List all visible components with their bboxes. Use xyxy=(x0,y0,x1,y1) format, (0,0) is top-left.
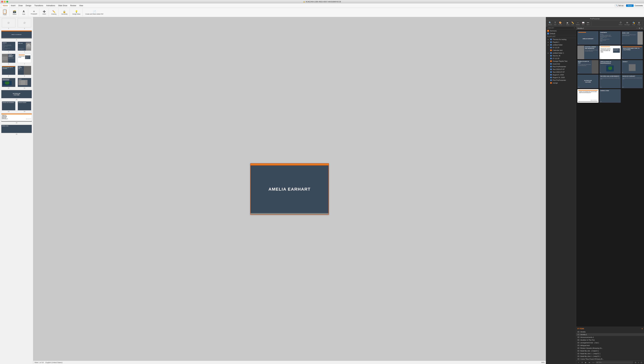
slide-item-8[interactable]: MOVE FROM NEW YORK TO CALIFORNIA 8 xyxy=(1,66,16,77)
slide-thumb-6[interactable]: AVIATION CAREER AND MARRIAGE Look in the… xyxy=(2,54,16,63)
paragraph-button[interactable]: ≡ Paragraph xyxy=(30,10,38,15)
maximize-button[interactable] xyxy=(6,1,8,2)
playlist-aug9[interactable]: August 9, 2020 xyxy=(546,74,576,76)
tab-transitions[interactable]: Transitions xyxy=(33,4,44,7)
playlist-test0707b[interactable]: Test 2020-07-07 xyxy=(546,71,576,74)
playlist-rouse[interactable]: rouse test xyxy=(546,62,576,65)
share-button[interactable]: Share xyxy=(626,4,634,7)
list-item-arrangement[interactable]: arrangement test - [ two ] xyxy=(576,341,644,344)
slide-item-5[interactable]: EARLY LIFE Look in the slide notes below… xyxy=(17,42,32,52)
playlist-testjk[interactable]: Test for JK xyxy=(546,54,576,57)
pp-slide-5[interactable]: TRANSATLANTIC SOLO FLIGHT IN 1932 LOOK I… xyxy=(600,46,620,59)
pp-filter[interactable]: ⊞ xyxy=(595,361,633,364)
pp-stage-btn[interactable]: 🖥 Stage xyxy=(636,21,642,26)
playlist-pick2[interactable]: Pick ProPresenter xyxy=(546,79,576,82)
slides-button[interactable]: 🗃️ Slides xyxy=(12,9,18,16)
pp-bottom-skip-icon[interactable]: ⏭ xyxy=(588,361,591,364)
pp-theme-btn[interactable]: 🎨 Theme xyxy=(558,21,563,26)
playlist-untitled[interactable]: ▶ untitled folder xyxy=(546,44,576,46)
filter-input[interactable] xyxy=(598,362,632,363)
slide-item-11[interactable]: LEGACY 11 xyxy=(17,78,32,89)
slide-thumb-1[interactable]: ⊘ xyxy=(2,18,16,27)
pp-show-btn[interactable]: ▶ Show xyxy=(565,21,570,26)
tab-insert[interactable]: Insert xyxy=(9,4,17,7)
playlist-orange-test[interactable]: Orange Playlist Test xyxy=(546,60,576,62)
pp-reflow-btn[interactable]: ↔ Reflow xyxy=(575,21,580,26)
slide-item-4[interactable]: CONTENTS Early lifeTransatlantic solo fl… xyxy=(1,42,16,52)
pp-slide-1[interactable]: AMELIA EARHART 1 xyxy=(578,31,598,45)
slide-thumb-16[interactable]: WORKS CITED xyxy=(1,125,32,133)
list-item-build3[interactable]: Build My Life-2 - [ IndyCC ] xyxy=(576,355,644,358)
pp-timers-btn[interactable]: ⏱ Timers xyxy=(618,21,623,26)
pp-header-expand-icon[interactable]: ↔ xyxy=(636,27,638,29)
playlist-themes[interactable]: ▶ Themes for testing xyxy=(546,38,576,41)
pp-search-btn[interactable]: 🔍 Search xyxy=(547,21,553,26)
insert-button[interactable]: ➕ Insert xyxy=(41,10,47,15)
list-item-build2[interactable]: Build My Life-1 - [ IndyCC ] xyxy=(576,352,644,355)
pp-bottom-add-icon[interactable]: + xyxy=(578,361,580,364)
pp-slide-4[interactable]: AVIATION CAREER AND MARRIAGE Look in the… xyxy=(578,46,598,59)
pp-slide-8[interactable]: SPECULATION ON DISAPPEARANCE 8 xyxy=(600,60,620,74)
playlist-test0707a[interactable]: Test 2020-07-07 xyxy=(546,68,576,71)
playlist-0712[interactable]: 07-12-20 xyxy=(546,46,576,49)
slide-thumb-11[interactable]: LEGACY xyxy=(18,78,31,87)
pp-slide-2[interactable]: CONTENTS Early lifeTransatlantic solo fl… xyxy=(600,31,620,45)
pp-view-grid-icon[interactable]: ⊞ xyxy=(634,361,637,364)
tab-slideshow[interactable]: Slide Show xyxy=(57,4,69,7)
pp-slide-7[interactable]: WORLD FLIGHT IN 1937 Look in the slide n… xyxy=(578,60,598,74)
playlist-aug16[interactable]: August 16, 2020 xyxy=(546,76,576,79)
pp-props-btn[interactable]: 🎭 Props xyxy=(631,21,636,26)
pp-slide-13[interactable]: "INSERT AN INTERESTING QUOTE HERE FROM T… xyxy=(578,89,598,103)
playlist-1[interactable]: ▶ Playlist 1 xyxy=(546,41,576,44)
sensitivity-button[interactable]: 🔒 Sensitivity xyxy=(60,10,68,15)
pp-slide-6[interactable]: MOVE FROM NEW YORK TO CALIFORNIA 6 xyxy=(622,46,643,59)
adobe-pdf-button[interactable]: 📄 Create and Share Adobe PDF xyxy=(84,10,104,15)
list-item-announcements[interactable]: Announcements-1 xyxy=(576,336,644,339)
pp-view-list-icon[interactable]: ≡ xyxy=(637,361,640,364)
design-ideas-button[interactable]: 💡 Design Ideas xyxy=(72,10,82,15)
slide-thumb-8[interactable]: MOVE FROM NEW YORK TO CALIFORNIA xyxy=(2,66,16,75)
slide-thumb-10[interactable]: SPECULATION ON DISAPPEARANCE xyxy=(2,78,16,87)
pp-header-dots-icon[interactable]: ••• xyxy=(641,27,643,29)
slide-item-12[interactable]: IN POPULARCULTURE 12 xyxy=(1,90,32,100)
list-item-amelia[interactable]: Amelia xyxy=(576,330,644,333)
tab-view[interactable]: View xyxy=(78,4,84,7)
slide-item-16[interactable]: WORKS CITED 16 xyxy=(1,125,32,135)
slide-item-13[interactable]: RECORDS AND ACHIEVEMENTS 13 xyxy=(1,101,16,112)
slide-thumb-7[interactable]: TRANSATLANTIC SOLO FLIGHT IN 1932 LOOK I… xyxy=(18,54,31,63)
playlist-0712b[interactable]: 07-12-20 xyxy=(546,57,576,60)
slide-item-14[interactable]: BOOKS BY EARHART 14 xyxy=(17,101,32,112)
pp-slide-14[interactable]: WORKS CITED 14 xyxy=(600,89,620,103)
pp-slide-3[interactable]: EARLY LIFE Look in the slide notes below… xyxy=(622,31,643,45)
pp-text-btn[interactable]: T Text xyxy=(553,21,557,26)
list-item-broken[interactable]: Broken Vessels (Amazing Gr... xyxy=(576,347,644,350)
slide-thumb-15[interactable]: "INSERT ANINTERESTINGQUOTE HEREFROM THEN… xyxy=(1,114,32,122)
slide-thumb-4[interactable]: CONTENTS Early lifeTransatlantic solo fl… xyxy=(2,42,16,51)
items-add-button[interactable]: + xyxy=(642,328,643,330)
slide-thumb-5[interactable]: EARLY LIFE Look in the slide notes below… xyxy=(18,42,31,51)
pp-slide-10[interactable]: IN POPULARCULTURE 10 xyxy=(578,74,598,88)
pp-slide-9[interactable]: LEGACY 9 xyxy=(622,60,643,74)
slide-thumb-9[interactable]: WORLD FLIGHT IN 1937 Look in the slide n… xyxy=(18,66,31,75)
tab-animations[interactable]: Animations xyxy=(45,4,57,7)
library-item-default[interactable]: Default xyxy=(546,32,576,35)
slide-item-9[interactable]: WORLD FLIGHT IN 1937 Look in the slide n… xyxy=(17,66,32,77)
slide-item-1[interactable]: ⊘ 1 xyxy=(1,18,16,29)
tab-draw[interactable]: Draw xyxy=(17,4,24,7)
slide-thumb-14[interactable]: BOOKS BY EARHART xyxy=(18,101,31,110)
slide-item-7[interactable]: TRANSATLANTIC SOLO FLIGHT IN 1932 LOOK I… xyxy=(17,54,32,65)
slide-thumb-13[interactable]: RECORDS AND ACHIEVEMENTS xyxy=(2,101,16,110)
list-item-build1[interactable]: Build My Life - [ IndyCC ] xyxy=(576,350,644,352)
pp-slide-11[interactable]: RECORDS AND ACHIEVEMENTS Look in the sli… xyxy=(600,74,620,88)
close-button[interactable] xyxy=(1,1,3,2)
slide-thumb-12[interactable]: IN POPULARCULTURE xyxy=(1,90,32,98)
tab-design[interactable]: Design xyxy=(24,4,33,7)
slide-thumb-2[interactable]: ⊘ xyxy=(18,18,31,27)
playlist-untitled1[interactable]: ▶ untitled folder 1 xyxy=(546,52,576,54)
library-add-icon[interactable]: + xyxy=(574,27,575,29)
pp-edit-btn[interactable]: ✏️ Edit xyxy=(570,21,575,26)
playlist-orange[interactable]: orange xyxy=(546,82,576,84)
pp-bible-btn[interactable]: 📖 Bible xyxy=(581,21,586,26)
tab-review[interactable]: Review xyxy=(69,4,78,7)
list-item-another[interactable]: Another In The Fire xyxy=(576,339,644,341)
